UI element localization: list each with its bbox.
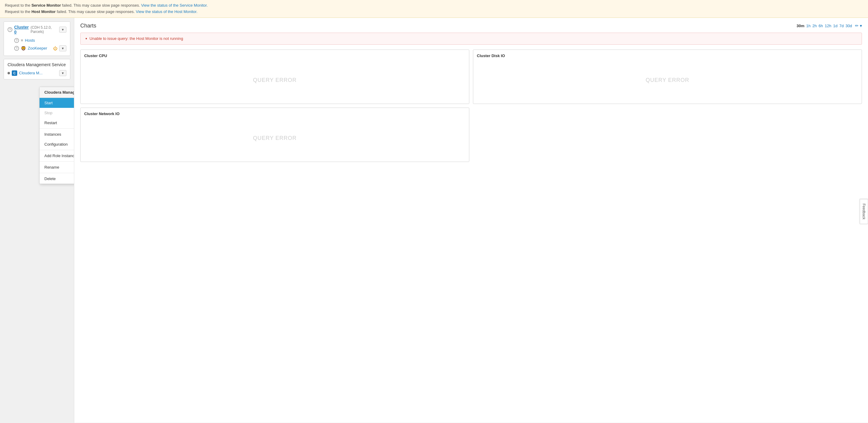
sidebar: ? Cluster 0 (CDH 5.12.0, Parcels) ▾ ? ≡ … [0,18,74,423]
mgmt-service-row: C Cloudera M... ▾ [7,70,66,76]
service-monitor-link[interactable]: View the status of the Service Monitor. [141,3,208,7]
menu-item-delete[interactable]: Delete [39,174,74,184]
menu-divider-3 [39,161,74,162]
chart-network-body: QUERY ERROR [84,118,465,158]
menu-item-restart[interactable]: Restart [39,118,74,128]
chart-disk-body: QUERY ERROR [477,60,858,100]
menu-item-stop: Stop [39,108,74,118]
chart-cpu-error: QUERY ERROR [253,77,297,83]
menu-divider-1 [39,129,74,129]
chart-cluster-cpu: Cluster CPU QUERY ERROR [80,50,469,104]
cluster-meta: (CDH 5.12.0, Parcels) [30,25,59,34]
feedback-tab[interactable]: Feedback [860,199,868,224]
banner-line1: Request to the Service Monitor failed. T… [5,2,863,9]
query-error-banner: • Unable to issue query: the Host Monito… [80,33,862,45]
hosts-help-icon[interactable]: ? [14,38,19,43]
charts-grid-top: Cluster CPU QUERY ERROR Cluster Disk IO … [80,50,862,104]
hosts-list-icon: ≡ [21,38,23,43]
content-area: Charts 30m 1h 2h 6h 12h 1d 7d 30d ✏ ▾ • … [74,18,868,423]
menu-item-instances[interactable]: Instances [39,129,74,139]
menu-divider-4 [39,173,74,173]
menu-item-rename[interactable]: Rename [39,162,74,172]
time-btn-2h[interactable]: 2h [812,24,817,28]
chart-cluster-network-io: Cluster Network IO QUERY ERROR [80,108,469,162]
chart-disk-title: Cluster Disk IO [477,54,858,58]
banner-line2: Request to the Host Monitor failed. This… [5,9,863,15]
warning-banner: Request to the Service Monitor failed. T… [0,0,868,18]
time-btn-6h[interactable]: 6h [818,24,823,28]
time-btn-12h[interactable]: 12h [825,24,832,28]
dropdown-menu-header: Cloudera Management Service Actions [39,87,74,98]
chart-cpu-title: Cluster CPU [84,54,465,58]
cluster-help-icon[interactable]: ? [7,27,12,32]
chart-network-error: QUERY ERROR [253,135,297,141]
management-service-box: Cloudera Management Service C Cloudera M… [4,59,70,80]
mgmt-status-icon [7,72,10,74]
cluster-name-link[interactable]: Cluster 0 [14,25,29,34]
context-dropdown-menu: Cloudera Management Service Actions Star… [39,87,74,184]
hosts-link[interactable]: Hosts [25,38,35,43]
hosts-item: ? ≡ Hosts [7,37,66,44]
chart-cpu-body: QUERY ERROR [84,60,465,100]
charts-title: Charts [80,23,96,29]
host-monitor-bold: Host Monitor [31,9,56,14]
menu-divider-2 [39,150,74,150]
edit-time-btn[interactable]: ✏ ▾ [855,23,862,28]
time-controls: 30m 1h 2h 6h 12h 1d 7d 30d ✏ ▾ [797,23,862,28]
mgmt-dropdown-btn[interactable]: ▾ [59,70,66,76]
chart-disk-error: QUERY ERROR [646,77,689,83]
management-service-title: Cloudera Management Service [7,62,66,67]
time-btn-1d[interactable]: 1d [833,24,837,28]
zookeeper-item: ? 🦁 ZooKeeper ⏻ ▾ [7,44,66,53]
error-bullet: • [85,36,87,41]
power-icon: ⏻ [53,46,57,51]
error-text: Unable to issue query: the Host Monitor … [90,36,183,41]
host-monitor-link[interactable]: View the status of the Host Monitor. [136,9,197,14]
time-btn-1h[interactable]: 1h [806,24,810,28]
menu-item-add-role-instances[interactable]: Add Role Instances [39,151,74,161]
mgmt-service-link[interactable]: Cloudera M... [19,71,57,75]
zookeeper-dropdown-btn[interactable]: ▾ [59,45,66,51]
zookeeper-icon: 🦁 [21,46,26,51]
charts-grid-bottom: Cluster Network IO QUERY ERROR [80,108,862,162]
service-monitor-bold: Service Monitor [31,3,61,7]
cluster-title-area: ? Cluster 0 (CDH 5.12.0, Parcels) [7,25,59,34]
cluster-box: ? Cluster 0 (CDH 5.12.0, Parcels) ▾ ? ≡ … [4,22,70,56]
zookeeper-link[interactable]: ZooKeeper [28,46,47,51]
chart-cluster-disk-io: Cluster Disk IO QUERY ERROR [473,50,862,104]
charts-header: Charts 30m 1h 2h 6h 12h 1d 7d 30d ✏ ▾ [80,23,862,29]
cluster-header: ? Cluster 0 (CDH 5.12.0, Parcels) ▾ [7,25,66,34]
cloudera-c-icon: C [12,70,17,76]
cluster-dropdown-btn[interactable]: ▾ [59,27,66,33]
menu-item-start[interactable]: Start [39,98,74,108]
chart-network-title: Cluster Network IO [84,112,465,116]
zookeeper-help-icon[interactable]: ? [14,46,19,51]
time-btn-30m[interactable]: 30m [797,24,804,28]
time-btn-7d[interactable]: 7d [839,24,843,28]
menu-item-configuration[interactable]: Configuration [39,139,74,149]
time-btn-30d[interactable]: 30d [845,24,852,28]
